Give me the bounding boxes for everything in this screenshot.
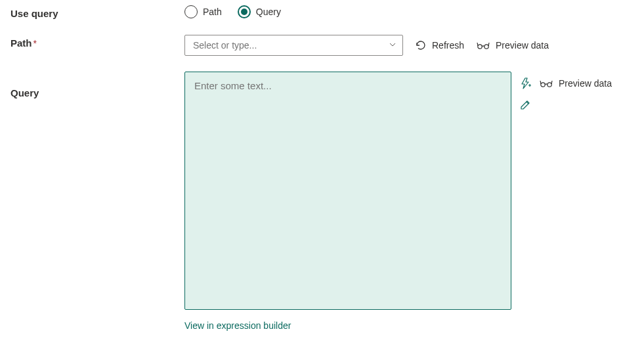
preview-data-button[interactable]: Preview data: [476, 40, 549, 51]
use-query-row: Use query Path Query: [11, 5, 633, 19]
goggles-icon: [539, 79, 553, 88]
preview-data-side-button[interactable]: Preview data: [539, 78, 612, 89]
radio-query-label: Query: [256, 7, 281, 17]
use-query-radio-group: Path Query: [184, 5, 281, 18]
svg-point-0: [478, 45, 482, 49]
preview-data-label: Preview data: [496, 40, 549, 51]
radio-path[interactable]: Path: [184, 5, 222, 18]
radio-query[interactable]: Query: [238, 5, 281, 18]
refresh-label: Refresh: [432, 40, 464, 51]
refresh-button[interactable]: Refresh: [415, 39, 464, 51]
path-input-col: Refresh Preview data: [184, 35, 549, 56]
svg-point-1: [484, 45, 488, 49]
required-star: *: [33, 38, 37, 49]
query-textarea[interactable]: [184, 72, 511, 310]
svg-point-3: [547, 83, 551, 87]
radio-dot-icon: [241, 9, 247, 15]
svg-point-2: [541, 83, 545, 87]
query-side-icons: Preview data: [519, 72, 612, 111]
radio-circle-unchecked-icon: [184, 5, 198, 18]
path-select-input[interactable]: [184, 35, 403, 56]
path-label-col: Path*: [11, 35, 184, 49]
use-query-label-col: Use query: [11, 5, 184, 19]
pencil-icon: [519, 99, 531, 111]
expression-builder-row: View in expression builder: [184, 320, 633, 331]
view-expression-builder-link[interactable]: View in expression builder: [184, 320, 291, 331]
refresh-icon: [415, 39, 427, 51]
query-side-top-row: Preview data: [519, 77, 612, 90]
radio-circle-checked-icon: [238, 5, 251, 18]
lightning-icon: [519, 77, 532, 90]
goggles-icon: [476, 41, 490, 50]
preview-data-side-label: Preview data: [559, 78, 612, 89]
path-row: Path* Refresh Preview data: [11, 35, 633, 56]
path-select-wrap: [184, 35, 403, 56]
query-area-wrap: Preview data: [184, 72, 612, 310]
query-label-col: Query: [11, 72, 184, 98]
query-row: Query: [11, 72, 633, 310]
radio-path-label: Path: [203, 7, 222, 17]
use-query-label: Use query: [11, 8, 58, 19]
dynamic-content-button[interactable]: [519, 77, 532, 90]
use-query-input-col: Path Query: [184, 5, 281, 18]
path-label: Path: [11, 37, 32, 49]
edit-button[interactable]: [519, 99, 612, 111]
query-label: Query: [11, 87, 39, 98]
